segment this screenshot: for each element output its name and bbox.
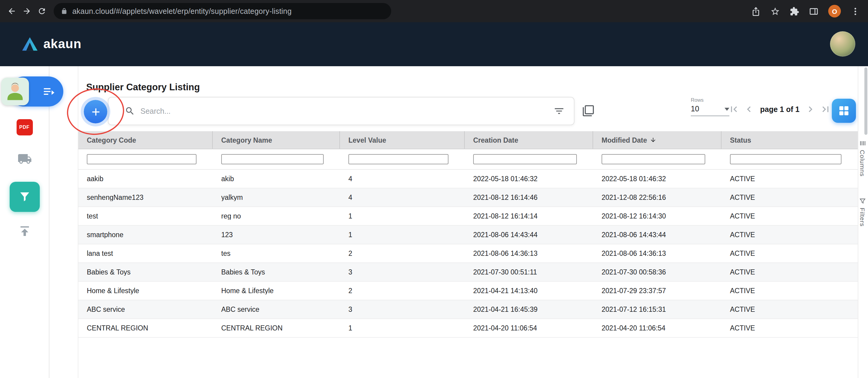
cell-level-value: 3 (340, 269, 465, 276)
sidebar-item-supplier-category[interactable] (9, 182, 39, 212)
cell-level-value: 4 (340, 194, 465, 201)
columns-icon (859, 140, 866, 147)
content-area: PDF Supplier Category Listing (0, 66, 868, 378)
table-row[interactable]: ABC service ABC service 3 2021-04-21 16:… (79, 300, 858, 319)
column-header-status[interactable]: Status (721, 131, 858, 149)
browser-profile-avatar[interactable]: O (828, 5, 841, 18)
kebab-menu-icon[interactable] (850, 6, 860, 16)
cell-modified-date: 2021-08-12 16:14:30 (593, 212, 721, 220)
truck-icon (17, 152, 32, 166)
table-body: aakib akib 4 2022-05-18 01:46:32 2022-05… (79, 170, 858, 338)
column-filter-row (79, 149, 858, 170)
cell-modified-date: 2022-05-18 01:46:32 (593, 175, 721, 182)
column-header-modified-date[interactable]: Modified Date (593, 131, 721, 149)
column-header-category-code[interactable]: Category Code (79, 131, 213, 149)
cell-creation-date: 2021-08-12 16:14:14 (465, 212, 593, 220)
brand-name: akaun (43, 37, 82, 51)
bookmark-star-icon[interactable] (770, 6, 780, 16)
akaun-triangle-icon (22, 37, 38, 51)
table-row[interactable]: aakib akib 4 2022-05-18 01:46:32 2022-05… (79, 170, 858, 188)
cell-category-code: aakib (79, 175, 213, 182)
filters-toggle[interactable]: Filters (859, 198, 866, 227)
address-bar[interactable]: akaun.cloud/#/applets/wavelet/erp/entity… (54, 3, 391, 19)
cell-modified-date: 2021-07-30 00:58:36 (593, 269, 721, 276)
table-row[interactable]: Babies & Toys Babies & Toys 3 2021-07-30… (79, 263, 858, 282)
rows-value: 10 (691, 105, 699, 113)
cell-status: ACTIVE (721, 324, 858, 332)
table-row[interactable]: lana test tes 2 2021-08-06 14:36:13 2021… (79, 244, 858, 263)
table-row[interactable]: senhengName123 yalkym 4 2021-08-12 16:14… (79, 188, 858, 207)
plus-icon (90, 106, 101, 117)
scrollbar[interactable] (864, 67, 867, 135)
filter-category-name-input[interactable] (221, 154, 324, 164)
filter-status-input[interactable] (730, 154, 841, 164)
cell-category-code: senhengName123 (79, 194, 213, 201)
rows-label: Rows (691, 97, 730, 103)
reload-icon[interactable] (35, 4, 48, 18)
search-input[interactable] (141, 107, 548, 115)
cell-category-code: Home & Lifestyle (79, 287, 213, 294)
share-icon[interactable] (751, 6, 761, 16)
column-header-creation-date[interactable]: Creation Date (465, 131, 593, 149)
column-header-category-name[interactable]: Category Name (213, 131, 340, 149)
cell-status: ACTIVE (721, 212, 858, 220)
cell-creation-date: 2021-08-06 14:43:44 (465, 231, 593, 238)
first-page-icon[interactable] (728, 104, 740, 115)
pdf-icon: PDF (16, 119, 33, 135)
sidebar-item-delivery[interactable] (17, 152, 32, 169)
akaun-logo[interactable]: akaun (22, 37, 82, 51)
cell-modified-date: 2021-07-29 23:37:57 (593, 287, 721, 294)
add-category-button[interactable] (84, 100, 107, 124)
sidebar-item-upload[interactable] (17, 224, 32, 241)
cell-modified-date: 2021-08-06 14:43:44 (593, 231, 721, 238)
cell-creation-date: 2021-04-21 14:13:40 (465, 287, 593, 294)
cell-modified-date: 2021-04-20 11:06:54 (593, 324, 721, 332)
sidebar-profile-tile[interactable] (1, 78, 29, 105)
screen: akaun.cloud/#/applets/wavelet/erp/entity… (0, 0, 868, 378)
last-page-icon[interactable] (820, 104, 832, 115)
previous-page-icon[interactable] (743, 104, 755, 115)
filter-level-value-input[interactable] (348, 154, 448, 164)
filter-category-code-input[interactable] (87, 154, 196, 164)
cell-level-value: 4 (340, 175, 465, 182)
table-row[interactable]: test reg no 1 2021-08-12 16:14:14 2021-0… (79, 207, 858, 226)
filter-creation-date-input[interactable] (473, 154, 577, 164)
user-avatar[interactable] (830, 31, 855, 57)
page-indicator: page 1 of 1 (760, 105, 800, 113)
cell-category-name: reg no (213, 212, 340, 220)
layout-grid-button[interactable] (832, 99, 856, 123)
applet-list-icon (42, 85, 56, 98)
cell-modified-date: 2021-08-06 14:36:13 (593, 250, 721, 257)
duplicate-pages-icon[interactable] (582, 105, 594, 117)
table-row[interactable]: CENTRAL REGION CENTRAL REGION 1 2021-04-… (79, 319, 858, 338)
filter-modified-date-input[interactable] (601, 154, 705, 164)
cell-category-code: CENTRAL REGION (79, 324, 213, 332)
filter-list-icon[interactable] (553, 105, 565, 117)
sidebar-item-pdf[interactable]: PDF (16, 119, 33, 135)
extensions-puzzle-icon[interactable] (789, 6, 799, 16)
rows-per-page-select[interactable]: Rows 10 (691, 97, 730, 116)
cell-category-name: 123 (213, 231, 340, 238)
cell-category-code: smartphone (79, 231, 213, 238)
cell-status: ACTIVE (721, 194, 858, 201)
column-header-level-value[interactable]: Level Value (340, 131, 465, 149)
cell-level-value: 2 (340, 287, 465, 294)
table-row[interactable]: Home & Lifestyle Home & Lifestyle 2 2021… (79, 282, 858, 300)
forward-icon[interactable] (20, 4, 33, 18)
table-row[interactable]: smartphone 123 1 2021-08-06 14:43:44 202… (79, 226, 858, 244)
funnel-icon (18, 190, 31, 203)
cell-category-name: tes (213, 250, 340, 257)
next-page-icon[interactable] (805, 104, 816, 115)
side-panel-icon[interactable] (809, 6, 818, 16)
search-bar (108, 97, 575, 125)
cell-modified-date: 2021-07-12 16:15:31 (593, 306, 721, 313)
back-icon[interactable] (5, 4, 18, 18)
cell-category-code: ABC service (79, 306, 213, 313)
cell-level-value: 1 (340, 324, 465, 332)
cell-creation-date: 2021-04-21 16:45:39 (465, 306, 593, 313)
cell-level-value: 1 (340, 212, 465, 220)
columns-toggle[interactable]: Columns (859, 140, 866, 176)
app-header: akaun (0, 22, 868, 66)
cell-creation-date: 2022-05-18 01:46:32 (465, 175, 593, 182)
cell-category-name: CENTRAL REGION (213, 324, 340, 332)
